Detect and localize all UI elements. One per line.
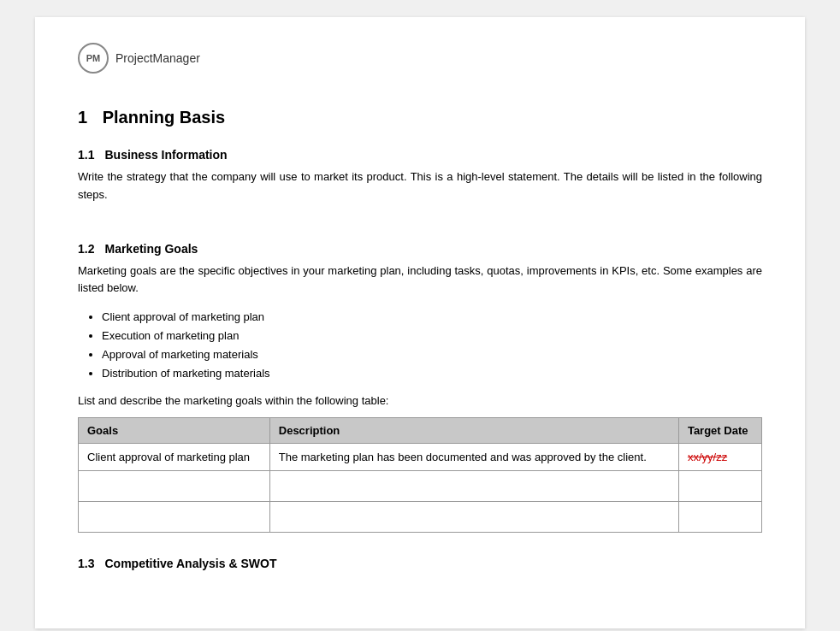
list-item: Distribution of marketing materials (102, 364, 762, 383)
subsection-1-1-header: 1.1 Business Information (78, 148, 762, 162)
cell-goal-3 (79, 501, 270, 532)
cell-description-3 (269, 501, 678, 532)
subsection-1-1: 1.1 Business Information Write the strat… (78, 148, 762, 204)
table-row: Client approval of marketing plan The ma… (79, 443, 762, 470)
cell-date-2 (678, 470, 761, 501)
app-name: ProjectManager (115, 51, 200, 65)
subsection-1-1-body: Write the strategy that the company will… (78, 168, 762, 204)
col-goals: Goals (79, 417, 270, 443)
table-intro-text: List and describe the marketing goals wi… (78, 394, 762, 407)
subsection-1-2-body: Marketing goals are the specific objecti… (78, 262, 762, 298)
cell-description-2 (269, 470, 678, 501)
subsection-1-3-header: 1.3 Competitive Analysis & SWOT (78, 557, 762, 570)
subsection-1-1-heading: Business Information (104, 148, 227, 162)
col-target-date: Target Date (678, 417, 761, 443)
table-row (79, 470, 762, 501)
marketing-goals-list: Client approval of marketing plan Execut… (95, 308, 762, 383)
list-item: Execution of marketing plan (102, 327, 762, 345)
document-page: PM ProjectManager 1 Planning Basis 1.1 B… (35, 17, 805, 628)
subsection-1-2-heading: Marketing Goals (104, 242, 198, 256)
table-header-row: Goals Description Target Date (79, 417, 762, 443)
cell-goal-2 (79, 470, 270, 501)
subsection-1-3-heading: Competitive Analysis & SWOT (104, 557, 276, 570)
logo-icon: PM (78, 43, 109, 74)
subsection-1-3: 1.3 Competitive Analysis & SWOT (78, 557, 762, 570)
section-1-heading: Planning Basis (103, 108, 225, 127)
list-item: Approval of marketing materials (102, 345, 762, 364)
col-description: Description (269, 417, 678, 443)
date-strikethrough: xx/yy/zz (688, 451, 727, 463)
cell-description-1: The marketing plan has been documented a… (269, 443, 678, 470)
subsection-1-1-number: 1.1 (78, 148, 94, 162)
cell-date-1: xx/yy/zz (678, 443, 761, 470)
subsection-1-2-number: 1.2 (78, 242, 94, 256)
list-item: Client approval of marketing plan (102, 308, 762, 327)
subsection-1-3-number: 1.3 (78, 557, 94, 570)
cell-date-3 (678, 501, 761, 532)
header: PM ProjectManager (78, 43, 762, 74)
goals-table: Goals Description Target Date Client app… (78, 417, 762, 533)
section-1-title: 1 Planning Basis (78, 108, 762, 127)
cell-goal-1: Client approval of marketing plan (79, 443, 270, 470)
subsection-1-2-header: 1.2 Marketing Goals (78, 242, 762, 256)
logo-letters: PM (86, 53, 101, 63)
table-row (79, 501, 762, 532)
section-1-number: 1 (78, 108, 87, 127)
subsection-1-2: 1.2 Marketing Goals Marketing goals are … (78, 242, 762, 533)
